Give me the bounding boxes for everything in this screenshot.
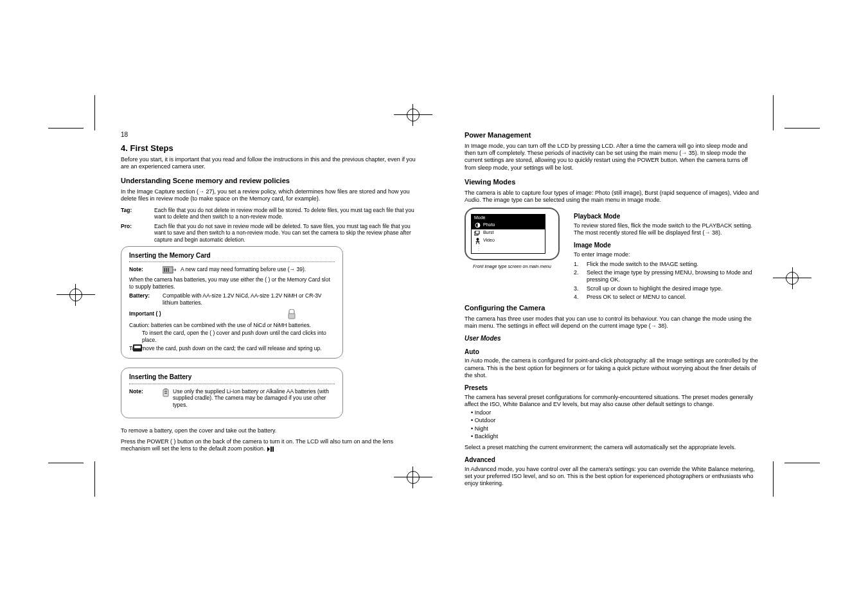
section-title: Viewing Modes xyxy=(465,178,760,187)
divider xyxy=(129,384,335,384)
svg-rect-10 xyxy=(164,393,167,394)
lcd-figure: Mode Photo Burst xyxy=(465,208,560,270)
section-title: Configuring the Camera xyxy=(465,304,760,313)
card-small-icon xyxy=(133,344,142,351)
page-number: 18 xyxy=(121,131,416,139)
body-text: When the camera has batteries, you may u… xyxy=(129,276,335,290)
figure-caption: Front image type screen on main menu xyxy=(465,264,560,270)
subheading: Playback Mode xyxy=(574,213,760,221)
body-text: Select a preset matching the current env… xyxy=(465,444,760,451)
list-item: 1.Flick the mode switch to the IMAGE set… xyxy=(574,261,760,268)
body-text: Compatible with AA-size 1.2V NiCd, AA-si… xyxy=(163,292,335,306)
svg-rect-15 xyxy=(475,231,479,234)
lcd-menu-item: Burst xyxy=(472,229,545,237)
crop-mark xyxy=(48,463,84,463)
crop-mark xyxy=(94,461,95,497)
photo-icon xyxy=(474,222,481,229)
subheading: User Modes xyxy=(465,335,760,343)
play-pause-icon xyxy=(267,447,274,454)
list-item: Outdoor xyxy=(471,417,760,424)
body-text: To insert the card, open the ( ) cover a… xyxy=(142,330,335,343)
video-icon xyxy=(474,238,481,244)
lcd-menu-item: Photo xyxy=(472,222,545,229)
crop-mark xyxy=(773,95,774,130)
page-spread: 18 4. First Steps Before you start, it i… xyxy=(95,131,773,465)
panel-title: Inserting the Battery xyxy=(129,373,335,382)
lcd-menu-header: Mode xyxy=(472,215,545,222)
panel-battery: Inserting the Battery Note: Use only the… xyxy=(121,368,343,418)
body-text: In the Image Capture section (→ 27), you… xyxy=(121,188,416,203)
subheading: Auto xyxy=(465,348,760,357)
body-text: To remove the card, push down on the car… xyxy=(129,345,335,352)
body-text: Each file that you do not delete in revi… xyxy=(154,207,416,220)
label: Pro: xyxy=(121,223,150,230)
chapter-title: 4. First Steps xyxy=(121,143,416,154)
important-row: Important ( ) xyxy=(129,309,335,319)
divider xyxy=(129,262,335,262)
body-text: To remove a battery, open the cover and … xyxy=(121,427,416,434)
body-text: To enter Image mode: xyxy=(574,251,760,258)
list-item: 2.Select the image type by pressing MENU… xyxy=(574,269,760,284)
svg-rect-3 xyxy=(168,268,169,272)
policy-row-pro: Pro: Each file that you do not save in r… xyxy=(121,223,416,244)
panel-title: Inserting the Memory Card xyxy=(129,252,335,260)
lcd-screen: Mode Photo Burst xyxy=(471,214,545,254)
battery-icon xyxy=(163,388,169,397)
registration-mark xyxy=(786,272,799,285)
list-item: Night xyxy=(471,425,760,432)
step-list: 1.Flick the mode switch to the IMAGE set… xyxy=(574,261,760,301)
crop-mark xyxy=(784,463,820,463)
important-label: Important ( ) xyxy=(129,310,161,317)
note-row: Note: A new card may need formatting bef… xyxy=(129,266,335,274)
lock-icon xyxy=(287,309,296,319)
left-column: 18 4. First Steps Before you start, it i… xyxy=(121,131,416,458)
body-text: The camera has three user modes that you… xyxy=(465,315,760,330)
svg-point-16 xyxy=(476,238,479,240)
section-title: Understanding Scene memory and review po… xyxy=(121,177,416,186)
list-item: 4.Press OK to select or MENU to cancel. xyxy=(574,294,760,301)
label: Battery: xyxy=(129,292,159,299)
battery-row: Battery: Compatible with AA-size 1.2V Ni… xyxy=(129,292,335,306)
body-text: In Advanced mode, you have control over … xyxy=(465,466,760,488)
registration-mark xyxy=(69,289,82,301)
svg-rect-2 xyxy=(166,268,167,272)
body-text: Caution: batteries can be combined with … xyxy=(129,322,335,329)
body-text: The camera is able to capture four types… xyxy=(465,190,760,204)
lcd-menu-item: Video xyxy=(472,237,545,245)
svg-rect-4 xyxy=(288,314,295,319)
registration-mark xyxy=(407,471,420,484)
subheading: Image Mode xyxy=(574,242,760,250)
svg-rect-12 xyxy=(272,447,274,452)
intro-paragraph: Before you start, it is important that y… xyxy=(121,156,416,171)
bullet-list: Indoor Outdoor Night Backlight xyxy=(471,409,760,440)
right-column: Power Management In Image mode, you can … xyxy=(465,131,760,492)
note-row: Note: Use only the supplied Li-Ion batte… xyxy=(129,388,335,409)
memory-card-icon xyxy=(163,266,177,274)
subheading: Advanced xyxy=(465,456,760,465)
policy-row-tag: Tag: Each file that you do not delete in… xyxy=(121,207,416,220)
svg-rect-6 xyxy=(134,346,141,348)
svg-rect-1 xyxy=(164,268,165,272)
svg-rect-11 xyxy=(270,447,272,452)
panel-memory-card: Inserting the Memory Card Note: A new ca… xyxy=(121,246,343,359)
burst-icon xyxy=(474,230,481,236)
lcd-item-label: Photo xyxy=(483,222,495,228)
label: Note: xyxy=(129,266,159,273)
subheading: Presets xyxy=(465,384,760,393)
lcd-item-label: Burst xyxy=(483,230,493,236)
crop-mark xyxy=(94,95,95,130)
body-text: Use only the supplied Li-Ion battery or … xyxy=(173,388,335,409)
crop-mark xyxy=(48,128,84,129)
label: Tag: xyxy=(121,207,150,214)
lcd-item-label: Video xyxy=(483,238,495,244)
body-text: To review stored files, flick the mode s… xyxy=(574,222,760,237)
body-text: Each file that you do not save in review… xyxy=(154,223,416,244)
crop-mark xyxy=(784,128,820,129)
body-text: In Auto mode, the camera is configured f… xyxy=(465,357,760,379)
list-item: Backlight xyxy=(471,433,760,440)
section-title: Power Management xyxy=(465,131,760,140)
lcd-ellipsis: ··· xyxy=(472,245,545,253)
registration-mark xyxy=(407,109,420,121)
lcd-bezel: Mode Photo Burst xyxy=(465,208,560,260)
body-text: A new card may need formatting before us… xyxy=(181,266,335,273)
